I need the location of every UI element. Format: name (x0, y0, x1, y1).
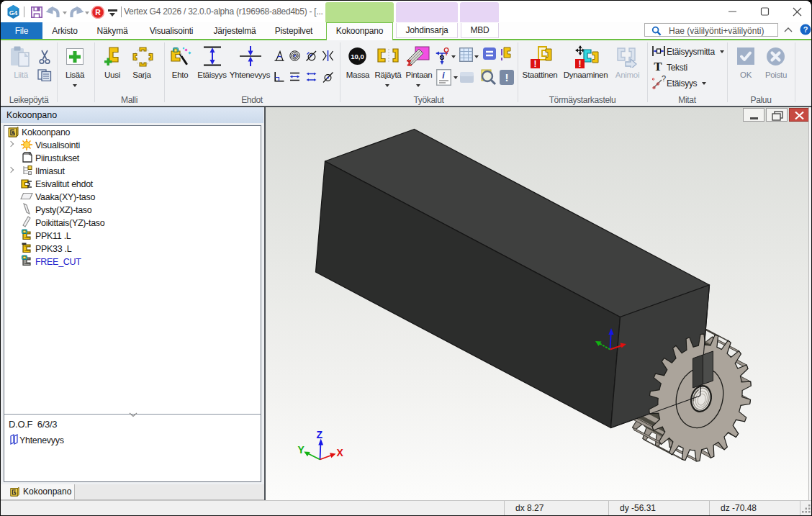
svg-text:!: ! (505, 71, 509, 83)
svg-text:10,0: 10,0 (351, 52, 364, 60)
svg-text:!: ! (534, 59, 537, 69)
svg-text:G4: G4 (9, 9, 18, 17)
svg-text:Z: Z (316, 429, 322, 440)
svg-text:X: X (336, 447, 343, 458)
svg-text:?: ? (662, 76, 666, 83)
svg-text:R: R (95, 8, 101, 17)
svg-text:?: ? (803, 25, 808, 34)
svg-text:!: ! (579, 59, 582, 69)
svg-text:Y: Y (297, 444, 304, 456)
